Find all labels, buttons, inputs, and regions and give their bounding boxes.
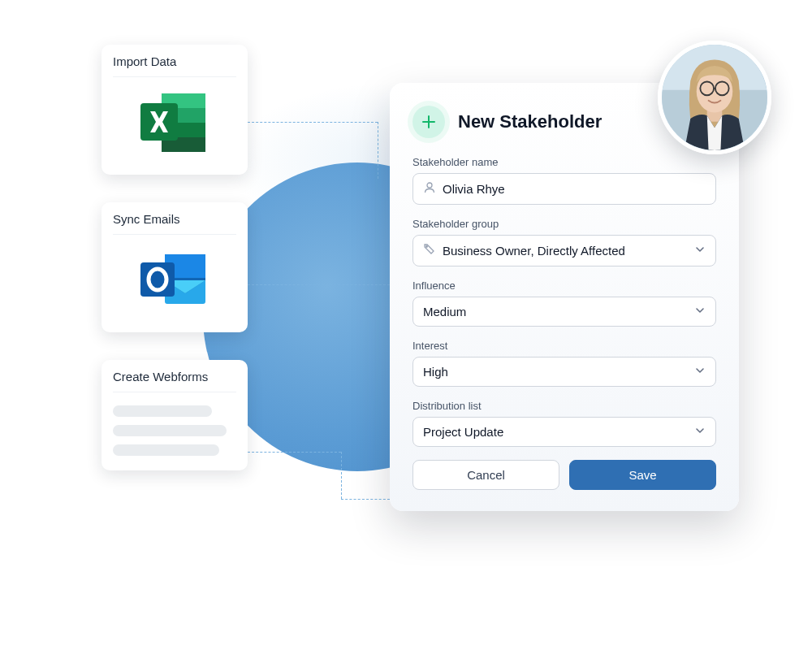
svg-point-11 xyxy=(426,246,428,248)
select-value: Medium xyxy=(423,305,466,318)
input-value: Olivia Rhye xyxy=(443,182,505,196)
plus-icon xyxy=(412,106,445,138)
field-label-group: Stakeholder group xyxy=(412,218,716,230)
cancel-button[interactable]: Cancel xyxy=(412,460,559,490)
outlook-icon xyxy=(113,245,236,318)
connector-line xyxy=(248,284,390,285)
panel-title: New Stakeholder xyxy=(458,111,602,132)
select-value: Project Update xyxy=(423,425,503,439)
connector-line xyxy=(341,452,342,499)
stakeholder-group-select[interactable]: Business Owner, Directly Affected xyxy=(412,235,716,266)
import-data-card[interactable]: Import Data xyxy=(102,45,248,175)
connector-line xyxy=(248,122,378,123)
stakeholder-name-input[interactable]: Olivia Rhye xyxy=(412,173,716,205)
connector-line xyxy=(378,122,378,179)
chevron-down-icon xyxy=(694,244,706,258)
avatar xyxy=(658,41,771,154)
field-label-distribution: Distribution list xyxy=(412,400,716,412)
card-title: Sync Emails xyxy=(113,212,236,235)
field-label-name: Stakeholder name xyxy=(412,156,716,168)
select-value: High xyxy=(423,365,448,379)
field-label-influence: Influence xyxy=(412,280,716,292)
create-webforms-card[interactable]: Create Webforms xyxy=(102,360,248,470)
save-button[interactable]: Save xyxy=(569,460,716,490)
sync-emails-card[interactable]: Sync Emails xyxy=(102,202,248,332)
interest-select[interactable]: High xyxy=(412,357,716,387)
user-icon xyxy=(423,181,436,197)
select-value: Business Owner, Directly Affected xyxy=(443,244,625,258)
chevron-down-icon xyxy=(694,425,706,439)
connector-line xyxy=(248,452,341,453)
distribution-list-select[interactable]: Project Update xyxy=(412,417,716,447)
card-title: Import Data xyxy=(113,54,236,77)
excel-icon xyxy=(113,87,236,160)
chevron-down-icon xyxy=(694,365,706,379)
webform-placeholder-lines xyxy=(113,402,236,456)
svg-point-10 xyxy=(427,183,432,188)
card-title: Create Webforms xyxy=(113,370,236,392)
influence-select[interactable]: Medium xyxy=(412,297,716,327)
tag-icon xyxy=(423,243,436,258)
connector-line xyxy=(341,499,390,500)
chevron-down-icon xyxy=(694,305,706,318)
field-label-interest: Interest xyxy=(412,340,716,352)
